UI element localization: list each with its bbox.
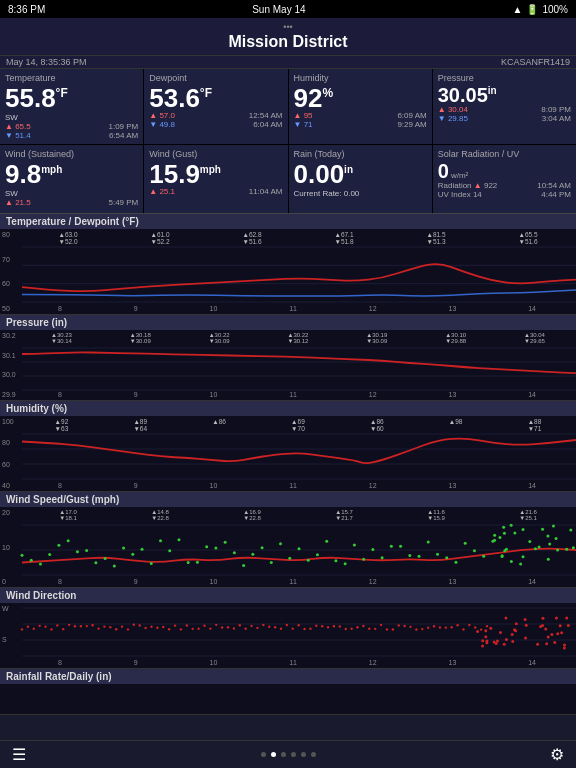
chart-wind-dir: Wind Direction WS 891011121314	[0, 588, 576, 669]
page-dots	[26, 752, 550, 757]
chart-wind-dir-area: WS 891011121314	[0, 603, 576, 668]
tile-wind-sustained-title: Wind (Sustained)	[5, 149, 138, 159]
tile-pressure-low: ▼ 29.853:04 AM	[438, 114, 571, 123]
title-bar: ••• Mission District	[0, 18, 576, 56]
tile-dewpoint-high: ▲ 57.012:54 AM	[149, 111, 282, 120]
tile-dewpoint-title: Dewpoint	[149, 73, 282, 83]
dot-1[interactable]	[261, 752, 266, 757]
tile-wind-gust: Wind (Gust) 15.9mph ▲ 25.111:04 AM	[144, 145, 287, 213]
wifi-icon: ▲	[513, 4, 523, 15]
subtitle-right: KCASANFR1419	[501, 57, 570, 67]
dot-5[interactable]	[301, 752, 306, 757]
dot-4[interactable]	[291, 752, 296, 757]
tiles-grid: Temperature 55.8°F SW ▲ 65.51:09 PM ▼ 51…	[0, 69, 576, 214]
tile-pressure-title: Pressure	[438, 73, 571, 83]
dot-3[interactable]	[281, 752, 286, 757]
tile-solar-unit: w/m²	[451, 171, 468, 180]
chart-wind-canvas	[0, 507, 576, 587]
tile-wind-sustained-high: ▲ 21.55:49 PM	[5, 198, 138, 207]
dot-6[interactable]	[311, 752, 316, 757]
tile-humidity-title: Humidity	[294, 73, 427, 83]
tile-solar-uv: UV Index 144:44 PM	[438, 190, 571, 199]
tile-rain-rate: Current Rate: 0.00	[294, 189, 427, 198]
tile-temperature: Temperature 55.8°F SW ▲ 65.51:09 PM ▼ 51…	[0, 69, 143, 144]
chart-temp-canvas	[0, 229, 576, 314]
chart-pressure: Pressure (in) 30.230.130.029.9 ▲30.23▼30…	[0, 315, 576, 401]
title-dots: •••	[4, 22, 572, 32]
tile-solar-value: 0	[438, 161, 449, 181]
chart-wind-speed-area: 20100 ▲17.0▼18.1 ▲14.8▼22.8 ▲16.9▼22.8 ▲…	[0, 507, 576, 587]
tile-dewpoint-value: 53.6°F	[149, 85, 282, 111]
tile-humidity: Humidity 92% ▲ 956:09 AM ▼ 719:29 AM	[289, 69, 432, 144]
status-day: Sun May 14	[252, 4, 305, 15]
chart-pressure-canvas	[0, 330, 576, 400]
tile-wind-sustained-value: 9.8mph	[5, 161, 138, 187]
status-bar: 8:36 PM Sun May 14 ▲ 🔋 100%	[0, 0, 576, 18]
tile-solar: Solar Radiation / UV 0 w/m² Radiation ▲ …	[433, 145, 576, 213]
tile-wind-gust-high: ▲ 25.111:04 AM	[149, 187, 282, 196]
tile-solar-radiation: Radiation ▲ 92210:54 AM	[438, 181, 571, 190]
chart-humidity-header: Humidity (%)	[0, 401, 576, 416]
status-right: ▲ 🔋 100%	[513, 4, 568, 15]
chart-pressure-area: 30.230.130.029.9 ▲30.23▼30.14 ▲30.18▼30.…	[0, 330, 576, 400]
battery-icon: 🔋	[526, 4, 538, 15]
tile-wind-sustained-dir: SW	[5, 189, 138, 198]
bottom-bar: ☰ ⚙	[0, 740, 576, 768]
tile-wind-gust-title: Wind (Gust)	[149, 149, 282, 159]
tile-rain: Rain (Today) 0.00in Current Rate: 0.00	[289, 145, 432, 213]
settings-icon[interactable]: ⚙	[550, 745, 564, 764]
tile-wind-sustained: Wind (Sustained) 9.8mph SW ▲ 21.55:49 PM	[0, 145, 143, 213]
dot-2[interactable]	[271, 752, 276, 757]
tile-temperature-value: 55.8°F	[5, 85, 138, 111]
tile-temperature-high: ▲ 65.51:09 PM	[5, 122, 138, 131]
tile-rain-value: 0.00in	[294, 161, 427, 187]
chart-winddir-canvas	[0, 603, 576, 668]
tile-solar-title: Solar Radiation / UV	[438, 149, 571, 159]
tile-dewpoint: Dewpoint 53.6°F ▲ 57.012:54 AM ▼ 49.86:0…	[144, 69, 287, 144]
chart-rainfall: Rainfall Rate/Daily (in)	[0, 669, 576, 715]
chart-humidity-area: 100806040 ▲92▼63 ▲89▼64 ▲86 ▲69▼70 ▲86▼6…	[0, 416, 576, 491]
chart-rainfall-header: Rainfall Rate/Daily (in)	[0, 669, 576, 684]
chart-pressure-header: Pressure (in)	[0, 315, 576, 330]
chart-rainfall-area	[0, 684, 576, 714]
charts-container: Temperature / Dewpoint (°F) 80706050 ▲63…	[0, 214, 576, 715]
chart-wind-speed: Wind Speed/Gust (mph) 20100 ▲17.0▼18.1 ▲…	[0, 492, 576, 588]
chart-humidity-canvas	[0, 416, 576, 491]
tile-temperature-title: Temperature	[5, 73, 138, 83]
tile-temperature-low: ▼ 51.46:54 AM	[5, 131, 138, 140]
chart-temp-dewpoint-area: 80706050 ▲63.0▼52.0 ▲61.0▼52.2 ▲62.8▼51.…	[0, 229, 576, 314]
subtitle-bar: May 14, 8:35:36 PM KCASANFR1419	[0, 56, 576, 69]
tile-pressure: Pressure 30.05in ▲ 30.048:09 PM ▼ 29.853…	[433, 69, 576, 144]
tile-temperature-direction: SW	[5, 113, 138, 122]
chart-temp-dewpoint-header: Temperature / Dewpoint (°F)	[0, 214, 576, 229]
tile-dewpoint-low: ▼ 49.86:04 AM	[149, 120, 282, 129]
chart-wind-dir-header: Wind Direction	[0, 588, 576, 603]
tile-rain-title: Rain (Today)	[294, 149, 427, 159]
chart-temp-dewpoint: Temperature / Dewpoint (°F) 80706050 ▲63…	[0, 214, 576, 315]
menu-icon[interactable]: ☰	[12, 745, 26, 764]
page-title: Mission District	[4, 33, 572, 51]
chart-rainfall-canvas	[0, 684, 576, 714]
tile-humidity-low: ▼ 719:29 AM	[294, 120, 427, 129]
tile-pressure-high: ▲ 30.048:09 PM	[438, 105, 571, 114]
chart-humidity: Humidity (%) 100806040 ▲92▼63 ▲89▼64 ▲86…	[0, 401, 576, 492]
chart-wind-speed-header: Wind Speed/Gust (mph)	[0, 492, 576, 507]
battery-pct: 100%	[542, 4, 568, 15]
tile-humidity-value: 92%	[294, 85, 427, 111]
tile-pressure-value: 30.05in	[438, 85, 571, 105]
tile-wind-gust-value: 15.9mph	[149, 161, 282, 187]
subtitle-left: May 14, 8:35:36 PM	[6, 57, 87, 67]
status-time: 8:36 PM	[8, 4, 45, 15]
